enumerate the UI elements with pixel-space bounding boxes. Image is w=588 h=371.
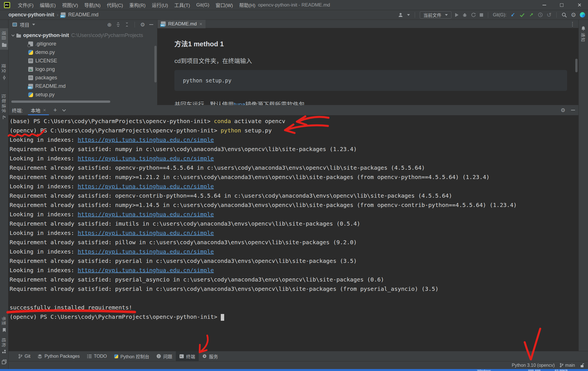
menu-item[interactable]: Git(G) <box>193 2 212 8</box>
divider <box>135 22 135 27</box>
expand-all-icon[interactable] <box>116 22 120 27</box>
code-with-me-sphere-icon[interactable] <box>580 12 585 18</box>
project-panel-title[interactable]: 项目 <box>20 21 29 28</box>
new-terminal-plus-icon[interactable]: + <box>53 106 57 114</box>
locate-file-icon[interactable]: ⊕ <box>107 22 112 27</box>
sidebar-item-structure[interactable]: 结构 <box>0 335 8 357</box>
project-horizontal-scrollbar[interactable] <box>11 101 110 103</box>
terminal-link[interactable]: https://pypi.tuna.tsinghua.edu.cn/simple <box>78 230 214 236</box>
terminal-line: (base) PS C:\Users\cody\PycharmProjects\… <box>10 117 578 126</box>
tree-item-packages[interactable]: packages <box>8 73 157 82</box>
close-button[interactable] <box>570 0 588 10</box>
editor-scrollbar[interactable] <box>575 59 578 72</box>
debug-bug-icon[interactable] <box>462 12 467 18</box>
terminal-icon: >_ <box>180 354 184 358</box>
toolbar-item-problems[interactable]: ! 问题 <box>153 351 176 361</box>
terminal-line: Requirement already satisfied: opencv-co… <box>10 191 578 200</box>
tab-readme[interactable]: README.md <box>157 20 206 28</box>
breadcrumb-project[interactable]: opencv-python-init <box>8 12 54 18</box>
menu-item[interactable]: 编辑(E) <box>37 1 59 8</box>
settings-gear-icon[interactable]: ⚙ <box>571 12 576 18</box>
menu-item[interactable]: 视图(V) <box>59 1 81 8</box>
tree-item-root[interactable]: opencv-python-init C:\Users\cody\Pycharm… <box>8 31 157 40</box>
terminal-tab-local[interactable]: 本地 <box>28 105 49 115</box>
chevron-down-icon[interactable] <box>11 33 14 36</box>
close-tab-icon[interactable] <box>199 23 202 25</box>
minimize-button[interactable] <box>535 0 553 10</box>
menu-item[interactable]: 代码(C) <box>104 1 126 8</box>
history-clock-icon[interactable] <box>538 12 543 18</box>
terminal-line: Requirement already satisfied: pyserial … <box>10 284 578 294</box>
terminal-link[interactable]: https://pypi.tuna.tsinghua.edu.cn/simple <box>78 155 214 162</box>
terminal-link[interactable]: https://pypi.tuna.tsinghua.edu.cn/simple <box>78 267 214 274</box>
toolbar-item-todo[interactable]: TODO <box>83 351 111 361</box>
user-icon[interactable] <box>398 12 403 18</box>
user-dropdown-caret-icon[interactable] <box>407 14 410 16</box>
menu-item[interactable]: 运行(U) <box>149 1 171 8</box>
hide-panel-icon[interactable] <box>149 24 153 25</box>
hide-terminal-icon[interactable] <box>571 110 575 110</box>
rollback-undo-icon[interactable]: ↺ <box>547 12 552 18</box>
tree-item-demo.py[interactable]: demo.py <box>8 48 157 56</box>
sidebar-item-project[interactable]: 项目 <box>0 28 8 50</box>
toolbar-item-python-packages[interactable]: Python Packages <box>34 351 83 361</box>
sidebar-item-commit[interactable]: 提交 <box>0 61 8 83</box>
toolbar-item-git[interactable]: Git <box>15 351 34 361</box>
sidebar-item-bookmarks[interactable]: 书签 <box>0 313 8 335</box>
menu-item[interactable]: 重构(R) <box>126 1 149 8</box>
git-commit-check-icon[interactable] <box>519 12 525 18</box>
tree-item-README.md[interactable]: README.md <box>8 82 157 90</box>
panel-settings-gear-icon[interactable]: ⚙ <box>140 22 145 27</box>
pycharm-logo-icon: PC <box>4 2 10 8</box>
tree-item-.gitignore[interactable]: .gitignore <box>8 40 157 48</box>
menu-item[interactable]: 工具(T) <box>171 1 193 8</box>
tree-item-logo.png[interactable]: logo.png <box>8 65 157 73</box>
profiler-icon[interactable] <box>471 12 476 18</box>
terminal-line: successfully installed requirements! <box>10 303 578 312</box>
sidebar-item-pull-requests[interactable]: 拉取请求 <box>0 91 8 123</box>
menu-item[interactable]: 导航(N) <box>81 1 104 8</box>
markdown-file-icon <box>161 21 166 26</box>
editor-content[interactable]: 方法1 method 1 cd到项目文件夹，在终端输入 python setup… <box>157 28 578 105</box>
menu-item[interactable]: 窗口(W) <box>213 1 236 8</box>
project-vertical-scrollbar[interactable] <box>154 46 157 82</box>
collapse-all-icon[interactable] <box>125 22 129 27</box>
commit-icon <box>2 75 7 80</box>
terminal-settings-gear-icon[interactable]: ⚙ <box>561 108 565 113</box>
terminal-link[interactable]: https://pypi.tuna.tsinghua.edu.cn/simple <box>78 248 214 255</box>
toolbar-item-python-console[interactable]: Python 控制台 <box>111 351 153 361</box>
tuna-link[interactable]: tuna <box>234 101 245 105</box>
terminal-line: Looking in indexes: https://pypi.tuna.ts… <box>10 266 578 275</box>
toolbar-item-services[interactable]: 服务 <box>199 351 222 361</box>
git-update-icon[interactable] <box>510 12 516 18</box>
git-branch-widget[interactable]: main <box>560 363 575 368</box>
terminal-output[interactable]: (base) PS C:\Users\cody\PycharmProjects\… <box>8 115 578 351</box>
tree-item-setup.py[interactable]: setup.py <box>8 90 157 99</box>
pull-request-icon <box>2 115 7 120</box>
terminal-link[interactable]: https://pypi.tuna.tsinghua.edu.cn/simple <box>78 183 214 190</box>
tab-options-kebab-icon[interactable]: ⋮ <box>570 21 575 27</box>
maximize-button[interactable] <box>553 0 570 10</box>
stop-button[interactable] <box>480 13 483 17</box>
terminal-line: (opencv) PS C:\Users\cody\PycharmProject… <box>10 126 578 135</box>
search-icon[interactable] <box>561 12 567 18</box>
terminal-link[interactable]: https://pypi.tuna.tsinghua.edu.cn/simple <box>78 136 214 143</box>
terminal-link[interactable]: https://pypi.tuna.tsinghua.edu.cn/simple <box>78 211 214 218</box>
toolbar-item-terminal[interactable]: >_ 终端 <box>176 351 199 361</box>
run-config-selector[interactable]: 当前文件 <box>420 11 451 19</box>
close-terminal-tab-icon[interactable] <box>43 109 46 112</box>
sidebar-item-notifications[interactable]: 通知 <box>579 23 588 45</box>
git-push-icon[interactable] <box>529 12 534 18</box>
project-view-icon <box>12 23 17 27</box>
interpreter-widget[interactable]: Python 3.10 (opencv) <box>512 363 555 368</box>
unlock-icon[interactable] <box>580 363 584 368</box>
window-switcher-button[interactable] <box>0 357 8 369</box>
menu-item[interactable]: 帮助(H) <box>236 1 259 8</box>
tree-item-LICENSE[interactable]: LICENSE <box>8 56 157 65</box>
breadcrumb-file[interactable]: README.md <box>68 12 98 18</box>
run-button[interactable] <box>455 13 459 17</box>
git-branch-icon <box>560 363 563 367</box>
terminal-dropdown-chevron-icon[interactable] <box>62 108 66 112</box>
project-view-caret-icon[interactable] <box>32 24 35 25</box>
menu-item[interactable]: 文件(F) <box>15 1 37 8</box>
